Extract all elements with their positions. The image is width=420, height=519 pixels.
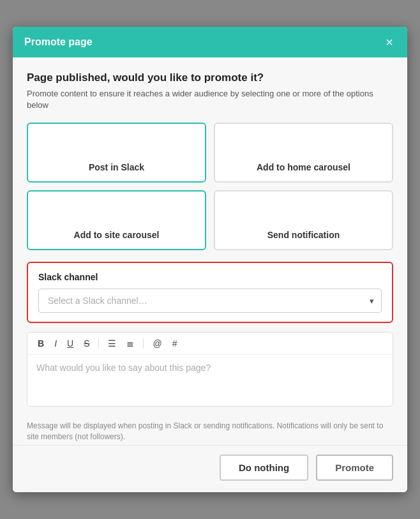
- toolbar-underline-button[interactable]: U: [64, 338, 76, 349]
- modal-body: Page published, would you like to promot…: [13, 57, 407, 445]
- option-label-home-carousel: Add to home carousel: [257, 162, 350, 172]
- promote-modal: Promote page × Page published, would you…: [13, 27, 407, 492]
- slack-channel-section: Slack channel Select a Slack channel… ▾: [27, 262, 393, 323]
- modal-description: Promote content to ensure it reaches a w…: [27, 88, 393, 111]
- toolbar-hashtag-button[interactable]: #: [170, 338, 180, 349]
- editor-toolbar: B I U S ☰ ≣ @ #: [27, 333, 393, 355]
- editor-placeholder[interactable]: What would you like to say about this pa…: [27, 355, 393, 406]
- toolbar-strikethrough-button[interactable]: S: [81, 338, 92, 349]
- option-card-slack[interactable]: Post in Slack: [27, 123, 206, 183]
- modal-wrapper: Promote page × Page published, would you…: [0, 0, 420, 519]
- slack-channel-select[interactable]: Select a Slack channel…: [38, 289, 382, 313]
- toolbar-divider-2: [143, 338, 144, 349]
- slack-select-wrapper: Select a Slack channel… ▾: [38, 289, 382, 313]
- modal-header: Promote page ×: [13, 27, 407, 57]
- modal-title: Promote page: [24, 36, 93, 48]
- modal-footer: Do nothing Promote: [13, 445, 407, 492]
- toolbar-divider-1: [98, 338, 99, 349]
- toolbar-bold-button[interactable]: B: [35, 338, 47, 349]
- option-label-slack: Post in Slack: [89, 162, 144, 172]
- do-nothing-button[interactable]: Do nothing: [220, 455, 308, 481]
- close-button[interactable]: ×: [383, 36, 396, 49]
- editor-hint: Message will be displayed when posting i…: [27, 416, 393, 445]
- option-card-home-carousel[interactable]: Add to home carousel: [214, 123, 393, 183]
- option-card-notification[interactable]: Send notification: [214, 190, 393, 250]
- promote-button[interactable]: Promote: [316, 455, 393, 481]
- editor-section: B I U S ☰ ≣ @ # What would you like to s…: [27, 332, 393, 407]
- option-label-notification: Send notification: [267, 230, 340, 240]
- modal-question: Page published, would you like to promot…: [27, 71, 393, 84]
- options-grid: Post in Slack Add to hom: [27, 123, 393, 250]
- toolbar-mention-button[interactable]: @: [150, 338, 164, 349]
- toolbar-ordered-list-button[interactable]: ≣: [124, 338, 137, 349]
- option-label-site-carousel: Add to site carousel: [74, 230, 160, 240]
- option-card-site-carousel[interactable]: Add to site carousel: [27, 190, 206, 250]
- slack-channel-label: Slack channel: [38, 272, 382, 282]
- toolbar-unordered-list-button[interactable]: ☰: [105, 338, 119, 349]
- toolbar-italic-button[interactable]: I: [52, 338, 59, 349]
